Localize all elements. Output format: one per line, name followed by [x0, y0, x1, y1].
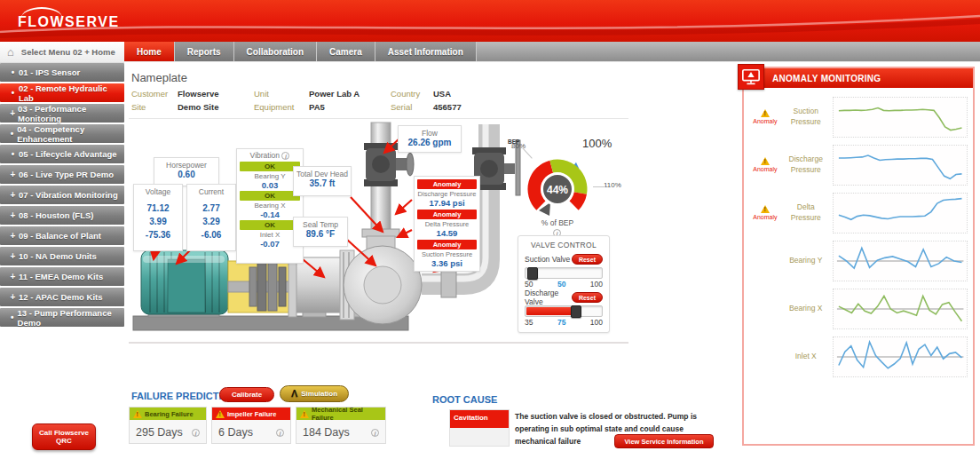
sidebar-item-label: 02 - Remote Hydraulic Lab — [19, 83, 124, 103]
signal-label: Bearing X — [781, 304, 831, 313]
sidebar-item-label: 07 - Vibration Monitoring — [19, 190, 118, 200]
root-cause-item[interactable]: Cavitation — [450, 410, 509, 428]
sidebar-item-lifecycle-advantage[interactable]: •05 - Lifecycle Advantage — [0, 145, 124, 163]
info-icon[interactable] — [371, 429, 379, 437]
warning-icon — [761, 109, 770, 117]
signal-label: Delta Pressure — [781, 202, 831, 222]
sidebar-item-label: 05 - Lifecycle Advantage — [19, 149, 117, 159]
sidebar-item-label: 12 - APAC Demo Kits — [19, 292, 103, 302]
bullet-icon: • — [7, 313, 18, 322]
voltage-readout: Voltage 71.12 3.99 -75.36 — [133, 184, 183, 251]
flowserve-dashboard: FLOWSERVE Home Reports Collaboration Cam… — [0, 0, 980, 459]
sidebar-item-label: 01 - IPS Sensor — [19, 67, 80, 77]
anomaly-monitoring-panel: ANOMALY MONITORING Anomaly Suction Press… — [742, 67, 975, 446]
flowserve-logo: FLOWSERVE — [18, 14, 120, 30]
tab-camera[interactable]: Camera — [317, 42, 375, 61]
mechanical-seal-failure-card: Mechanical Seal Failure 184 Days — [296, 407, 386, 444]
tab-bar: Home Reports Collaboration Camera Asset … — [124, 42, 980, 62]
sparkline-chart — [833, 145, 968, 186]
discharge-valve-reset-button[interactable]: Reset — [572, 292, 603, 303]
days-value: 295 Days — [136, 426, 183, 439]
field-value: Demo Site — [178, 102, 254, 115]
sidebar-item-apac-demo-kits[interactable]: +12 - APAC Demo Kits — [0, 288, 124, 306]
discharge-valve-slider[interactable] — [525, 305, 603, 317]
calibrate-button[interactable]: Calibrate — [219, 387, 274, 402]
sidebar-item-na-demo-units[interactable]: +10 - NA Demo Units — [0, 247, 124, 265]
field-label: Serial — [391, 102, 433, 115]
days-value: 6 Days — [218, 426, 253, 439]
field-label: Customer — [131, 89, 178, 102]
root-cause-title: ROOT CAUSE — [432, 394, 497, 405]
plus-icon: + — [7, 108, 18, 118]
root-cause-list: Cavitation — [449, 409, 510, 447]
anomaly-row-suction-pressure: Anomaly Suction Pressure — [749, 96, 968, 138]
sidebar-header[interactable]: ⌂ Select Menu 02 + Home — [0, 42, 124, 63]
warning-icon — [761, 205, 770, 213]
valve-control-panel: VALVE CONTROL Suction Valve Reset 50 50 … — [518, 235, 610, 333]
sidebar-header-label: Select Menu 02 + Home — [21, 47, 115, 57]
warning-icon — [216, 410, 225, 418]
suction-valve-slider[interactable] — [525, 267, 603, 279]
readout-value: -75.36 — [134, 228, 182, 241]
days-value: 184 Days — [303, 426, 350, 439]
total-dev-head-readout: Total Dev Head 35.7 ft — [293, 166, 352, 196]
sidebar-item-pump-performance-demo[interactable]: •13 - Pump Performance Demo — [0, 308, 124, 327]
field-value: Power Lab A — [309, 89, 391, 102]
call-flowserve-qrc-button[interactable]: Call Flowserve QRC — [32, 423, 96, 450]
sparkline-chart — [833, 193, 968, 233]
tab-asset-information[interactable]: Asset Information — [375, 42, 477, 61]
scale-max: 100 — [590, 280, 603, 289]
sidebar-item-label: 06 - Live Type PR Demo — [19, 170, 114, 179]
gauge-value: 44% — [547, 184, 568, 196]
flowserve-mark-icon — [291, 389, 297, 399]
anomaly-row-inlet-x: Inlet X — [749, 336, 968, 377]
sidebar-item-label: 10 - NA Demo Units — [19, 251, 97, 261]
sidebar-item-performance-monitoring[interactable]: +03 - Performance Monitoring — [0, 104, 124, 123]
tab-reports[interactable]: Reports — [175, 42, 234, 61]
sidebar-item-houston-fls[interactable]: +08 - Houston (FLS) — [0, 206, 124, 225]
readout-value: 26.26 gpm — [399, 138, 461, 147]
anomaly-flag-label: Anomaly — [753, 166, 777, 172]
sidebar-item-balance-of-plant[interactable]: +09 - Balance of Plant — [0, 226, 124, 245]
simulation-button[interactable]: Simulation — [280, 385, 349, 402]
sidebar-item-ips-sensor[interactable]: •01 - IPS Sensor — [0, 63, 124, 82]
readout-label: Seal Temp — [294, 220, 347, 229]
anomaly-panel-title: ANOMALY MONITORING — [772, 74, 881, 83]
valve-control-title: VALVE CONTROL — [525, 241, 603, 249]
sidebar-item-live-type-pr-demo[interactable]: +06 - Live Type PR Demo — [0, 165, 124, 184]
sidebar-item-competency-enhancement[interactable]: •04 - Competency Enhancement — [0, 124, 124, 143]
info-icon[interactable] — [276, 429, 284, 437]
plus-icon: + — [7, 190, 19, 200]
slider-handle[interactable] — [527, 267, 538, 280]
pressure-label: Suction Pressure — [415, 250, 479, 258]
slider-handle[interactable] — [571, 305, 581, 318]
info-icon[interactable] — [192, 429, 200, 437]
signal-label: Suction Pressure — [781, 107, 831, 126]
tab-home[interactable]: Home — [124, 42, 175, 61]
card-title: Mechanical Seal Failure — [312, 406, 382, 422]
pressure-value: 3.36 psi — [415, 258, 479, 269]
anomaly-row-discharge-pressure: Anomaly Discharge Pressure — [749, 144, 968, 186]
readout-label: Vibration — [250, 151, 280, 160]
sidebar-item-label: 13 - Pump Performance Demo — [18, 308, 124, 328]
plus-icon: + — [7, 292, 19, 302]
readout-label: Current — [187, 187, 235, 196]
nameplate-title: Nameplate — [131, 71, 187, 84]
flow-readout: Flow 26.26 gpm — [398, 125, 462, 153]
pressure-value: 14.59 — [415, 228, 479, 239]
tab-collaboration[interactable]: Collaboration — [234, 42, 317, 61]
sidebar-item-emea-demo-kits[interactable]: +11 - EMEA Demo Kits — [0, 267, 124, 286]
banner-swoosh — [0, 0, 980, 42]
field-value: PA5 — [309, 102, 391, 115]
warning-icon — [300, 410, 309, 418]
sidebar-item-vibration-monitoring[interactable]: +07 - Vibration Monitoring — [0, 186, 124, 204]
sidebar-item-remote-hydraulic-lab[interactable]: •02 - Remote Hydraulic Lab — [0, 83, 124, 102]
status-badge: OK — [240, 191, 300, 201]
suction-valve-reset-button[interactable]: Reset — [572, 254, 603, 265]
signal-label: Discharge Pressure — [781, 154, 831, 174]
readout-label: Total Dev Head — [294, 170, 351, 178]
view-service-information-button[interactable]: View Service Information — [614, 434, 714, 448]
sidebar-item-label: 08 - Houston (FLS) — [19, 210, 93, 220]
anomaly-flag-label: Anomaly — [753, 214, 777, 220]
info-icon[interactable] — [281, 152, 289, 160]
